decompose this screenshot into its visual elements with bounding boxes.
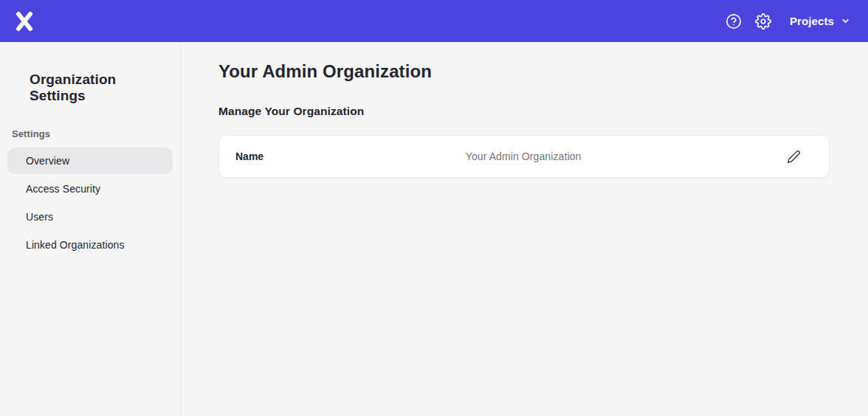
sidebar-item-label: Users bbox=[26, 211, 53, 223]
name-field-value: Your Admin Organization bbox=[264, 150, 783, 162]
settings-button[interactable] bbox=[748, 7, 778, 36]
gear-icon bbox=[755, 13, 771, 30]
sidebar-item-users[interactable]: Users bbox=[7, 204, 173, 230]
section-title: Manage Your Organization bbox=[218, 105, 830, 118]
x-logo-icon bbox=[14, 11, 35, 32]
app-window: Projects Organization Settings Settings … bbox=[0, 0, 868, 416]
sidebar-item-label: Overview bbox=[26, 155, 69, 167]
sidebar-item-overview[interactable]: Overview bbox=[7, 148, 173, 174]
name-field-label: Name bbox=[235, 150, 264, 162]
brand-x-logo[interactable] bbox=[13, 10, 35, 32]
pencil-icon bbox=[787, 150, 801, 164]
top-navbar: Projects bbox=[0, 0, 868, 42]
sidebar-item-label: Linked Organizations bbox=[26, 239, 125, 251]
sidebar-item-access-security[interactable]: Access Security bbox=[7, 176, 173, 202]
help-circle-icon bbox=[726, 13, 742, 30]
main-content: Your Admin Organization Manage Your Orga… bbox=[182, 42, 868, 416]
chevron-down-icon bbox=[841, 16, 850, 26]
sidebar-section-label: Settings bbox=[0, 104, 180, 148]
sidebar: Organization Settings Settings Overview … bbox=[0, 42, 181, 416]
help-button[interactable] bbox=[719, 7, 748, 36]
projects-label: Projects bbox=[790, 15, 834, 27]
sidebar-title: Organization Settings bbox=[0, 42, 180, 104]
organization-name-card: Name Your Admin Organization bbox=[218, 135, 830, 178]
page-title: Your Admin Organization bbox=[218, 61, 830, 82]
projects-menu-button[interactable]: Projects bbox=[788, 10, 852, 32]
sidebar-item-label: Access Security bbox=[26, 183, 100, 195]
edit-name-button[interactable] bbox=[783, 146, 804, 167]
sidebar-item-linked-organizations[interactable]: Linked Organizations bbox=[7, 232, 173, 258]
